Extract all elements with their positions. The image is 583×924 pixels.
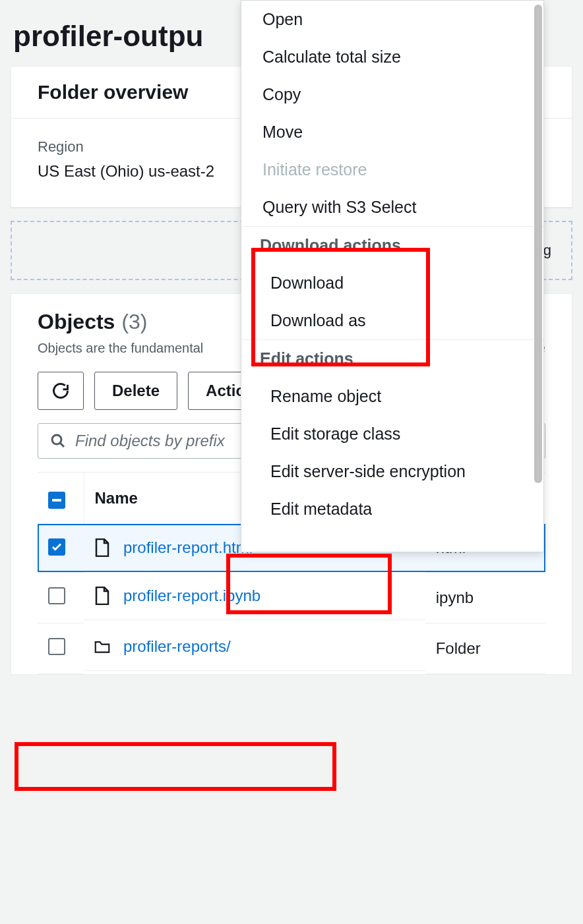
object-link[interactable]: profiler-report.html [123,538,253,557]
object-link[interactable]: profiler-reports/ [123,637,231,656]
menu-item-edit-storage-class[interactable]: Edit storage class [241,415,543,453]
folder-icon [94,637,110,656]
file-icon [94,587,110,605]
menu-item-copy[interactable]: Copy [241,76,543,113]
search-icon [50,433,66,449]
menu-item-edit-encryption[interactable]: Edit server-side encryption [241,453,543,490]
object-type: Folder [425,623,545,674]
svg-point-0 [52,435,61,444]
objects-subtitle: Objects are the fundamental [38,341,203,356]
row-checkbox[interactable] [48,538,65,556]
menu-item-download[interactable]: Download [241,264,543,302]
objects-count: (3) [121,310,147,334]
select-all-checkbox[interactable] [48,492,65,509]
row-checkbox[interactable] [48,587,65,604]
check-icon [51,541,63,553]
row-checkbox[interactable] [48,638,65,655]
object-type: ipynb [425,572,545,623]
object-link[interactable]: profiler-report.ipynb [123,587,261,605]
menu-item-initiate-restore: Initiate restore [241,151,543,188]
file-icon [94,538,110,557]
objects-title: Objects [38,310,115,334]
table-row[interactable]: profiler-report.ipynb ipynb [38,572,545,623]
menu-item-query-s3-select[interactable]: Query with S3 Select [241,188,543,226]
actions-dropdown: Open Calculate total size Copy Move Init… [241,0,544,552]
refresh-icon [51,382,70,400]
menu-item-calculate-size[interactable]: Calculate total size [241,38,543,76]
table-row[interactable]: profiler-reports/ Folder [38,623,545,674]
menu-item-move[interactable]: Move [241,113,543,151]
menu-item-download-as[interactable]: Download as [241,302,543,339]
refresh-button[interactable] [38,372,84,410]
delete-button[interactable]: Delete [94,372,177,410]
menu-section-download: Download actions [241,226,543,264]
menu-item-edit-metadata[interactable]: Edit metadata [241,490,543,528]
column-header-name[interactable]: Name [95,489,138,507]
menu-section-edit: Edit actions [241,339,543,378]
menu-item-rename[interactable]: Rename object [241,378,543,415]
scrollbar[interactable] [534,5,542,483]
menu-item-open[interactable]: Open [241,1,543,38]
svg-line-1 [60,443,64,447]
